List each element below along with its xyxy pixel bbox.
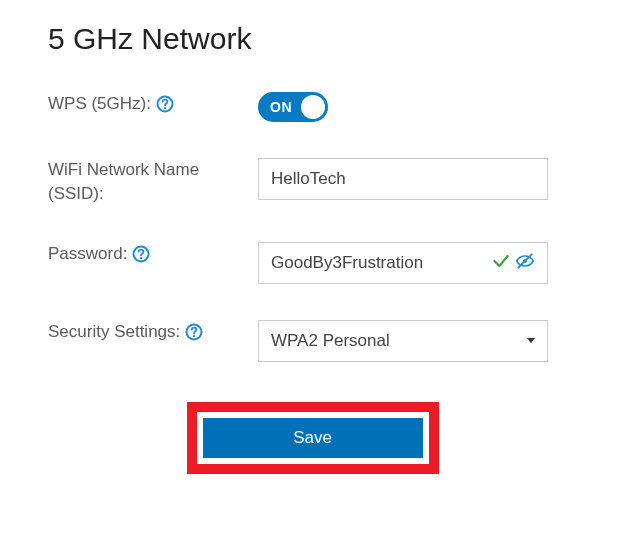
row-security: Security Settings: WPA2 Personal <box>48 320 577 362</box>
wps-toggle[interactable]: ON <box>258 92 328 122</box>
save-button[interactable]: Save <box>203 418 423 458</box>
help-icon[interactable] <box>184 322 204 342</box>
row-ssid: WiFi Network Name (SSID): <box>48 158 577 206</box>
eye-hide-icon[interactable] <box>515 251 535 275</box>
password-label: Password: <box>48 242 258 266</box>
ssid-input[interactable] <box>258 158 548 200</box>
security-label: Security Settings: <box>48 320 258 344</box>
password-field-wrap <box>258 242 548 284</box>
svg-point-1 <box>164 107 166 109</box>
chevron-down-icon <box>527 338 535 343</box>
wps-toggle-knob <box>301 95 325 119</box>
security-select[interactable]: WPA2 Personal <box>258 320 548 362</box>
wps-toggle-state: ON <box>270 99 292 115</box>
security-value: WPA2 Personal <box>271 331 390 351</box>
svg-point-3 <box>140 257 142 259</box>
save-area: Save <box>48 402 577 474</box>
help-icon[interactable] <box>155 94 175 114</box>
help-icon[interactable] <box>131 244 151 264</box>
page-title: 5 GHz Network <box>48 22 577 56</box>
row-password: Password: <box>48 242 577 284</box>
row-wps: WPS (5GHz): ON <box>48 92 577 122</box>
wps-label: WPS (5GHz): <box>48 92 258 116</box>
svg-point-7 <box>193 335 195 337</box>
checkmark-icon <box>491 251 511 275</box>
password-input[interactable] <box>271 243 485 283</box>
ssid-label: WiFi Network Name (SSID): <box>48 158 258 206</box>
save-highlight-box: Save <box>187 402 439 474</box>
